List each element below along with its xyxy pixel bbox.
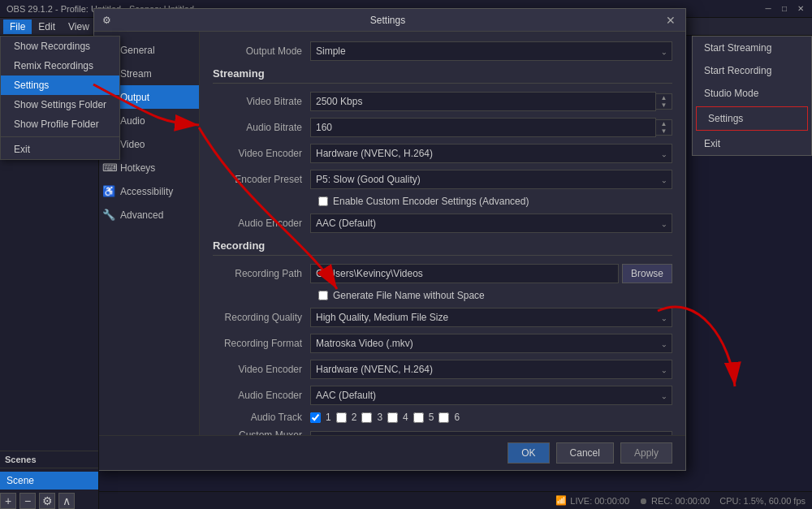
scene-item[interactable]: Scene bbox=[0, 472, 98, 490]
audio-track-4[interactable] bbox=[387, 412, 398, 423]
menu-view[interactable]: View bbox=[62, 19, 96, 34]
generate-filename-checkbox[interactable] bbox=[318, 291, 328, 300]
accessibility-icon: ♿ bbox=[102, 185, 115, 197]
video-bitrate-input[interactable] bbox=[310, 92, 656, 111]
settings-nav-accessibility-label: Accessibility bbox=[120, 186, 173, 197]
rec-audio-encoder-select-wrapper: AAC (Default) bbox=[310, 386, 672, 405]
remove-scene-btn[interactable]: − bbox=[19, 493, 36, 509]
stream-video-encoder-row: Video Encoder Hardware (NVENC, H.264) So… bbox=[213, 144, 672, 163]
ok-button[interactable]: OK bbox=[508, 442, 549, 464]
modal-close-button[interactable]: ✕ bbox=[664, 14, 677, 27]
stream-video-encoder-value: Hardware (NVENC, H.264) Software (x264) bbox=[310, 144, 672, 163]
track-6-label: 6 bbox=[454, 412, 460, 423]
context-studio-mode[interactable]: Studio Mode bbox=[693, 82, 811, 105]
cancel-button[interactable]: Cancel bbox=[556, 442, 614, 464]
hotkeys-icon: ⌨ bbox=[102, 162, 115, 174]
audio-track-2[interactable] bbox=[336, 412, 347, 423]
encoder-preset-row: Encoder Preset P5: Slow (Good Quality) P… bbox=[213, 170, 672, 189]
menu-remix-recordings[interactable]: Remix Recordings bbox=[1, 56, 119, 75]
menu-show-settings-folder[interactable]: Show Settings Folder bbox=[1, 95, 119, 114]
recording-path-label: Recording Path bbox=[213, 268, 310, 279]
scene-settings-btn[interactable]: ⚙ bbox=[39, 493, 55, 509]
rec-audio-encoder-label: Audio Encoder bbox=[213, 390, 310, 401]
context-exit[interactable]: Exit bbox=[693, 132, 811, 155]
video-bitrate-label: Video Bitrate bbox=[213, 96, 310, 107]
audio-bitrate-up[interactable]: ▲ bbox=[656, 120, 672, 127]
audio-track-row: Audio Track 1 2 3 4 5 6 bbox=[213, 412, 672, 423]
audio-track-3[interactable] bbox=[361, 412, 372, 423]
rec-video-encoder-label: Video Encoder bbox=[213, 364, 310, 375]
custom-encoder-row: Enable Custom Encoder Settings (Advanced… bbox=[213, 196, 672, 207]
minimize-button[interactable]: ─ bbox=[763, 4, 773, 14]
cpu-stats: CPU: 1.5%, 60.00 fps bbox=[719, 496, 806, 506]
audio-bitrate-spinbox[interactable]: ▲ ▼ bbox=[656, 119, 672, 136]
menu-divider bbox=[1, 136, 119, 137]
audio-track-label: Audio Track bbox=[213, 412, 310, 423]
rec-video-encoder-value: Hardware (NVENC, H.264) bbox=[310, 360, 672, 379]
live-timer: LIVE: 00:00:00 bbox=[570, 496, 629, 506]
output-mode-select[interactable]: Simple Advanced bbox=[310, 41, 672, 61]
close-button[interactable]: ✕ bbox=[796, 4, 806, 14]
generate-filename-label: Generate File Name without Space bbox=[333, 290, 485, 301]
track-4-label: 4 bbox=[403, 412, 408, 423]
recording-quality-select-wrapper: High Quality, Medium File Size Lossless … bbox=[310, 308, 672, 327]
video-bitrate-spinbox[interactable]: ▲ ▼ bbox=[656, 93, 672, 110]
menu-settings[interactable]: Settings bbox=[1, 75, 119, 95]
settings-content: Output Mode Simple Advanced Streaming bbox=[200, 32, 685, 435]
recording-format-select[interactable]: Matroska Video (.mkv) MPEG-4 (.mp4) bbox=[310, 334, 672, 353]
stream-audio-encoder-value: AAC (Default) bbox=[310, 214, 672, 233]
settings-nav-general-label: General bbox=[120, 45, 155, 56]
audio-bitrate-down[interactable]: ▼ bbox=[656, 127, 672, 135]
stream-video-encoder-select[interactable]: Hardware (NVENC, H.264) Software (x264) bbox=[310, 144, 672, 163]
add-scene-btn[interactable]: + bbox=[0, 493, 16, 509]
maximize-button[interactable]: □ bbox=[780, 4, 789, 14]
settings-icon: ⚙ bbox=[102, 15, 111, 26]
context-menu: Start Streaming Start Recording Studio M… bbox=[692, 36, 812, 156]
custom-encoder-checkbox[interactable] bbox=[318, 196, 328, 206]
rec-timer: REC: 00:00:00 bbox=[651, 496, 710, 506]
recording-quality-select[interactable]: High Quality, Medium File Size Lossless … bbox=[310, 308, 672, 327]
stream-audio-encoder-select[interactable]: AAC (Default) bbox=[310, 214, 672, 233]
encoder-preset-select[interactable]: P5: Slow (Good Quality) P7: Slowest (Bes… bbox=[310, 170, 672, 189]
settings-nav-advanced[interactable]: 🔧 Advanced bbox=[94, 203, 199, 226]
stream-video-encoder-select-wrapper: Hardware (NVENC, H.264) Software (x264) bbox=[310, 144, 672, 163]
browse-button[interactable]: Browse bbox=[622, 264, 672, 283]
video-bitrate-down[interactable]: ▼ bbox=[656, 101, 672, 109]
context-start-streaming[interactable]: Start Streaming bbox=[693, 37, 811, 59]
live-status: 📶 LIVE: 00:00:00 bbox=[555, 495, 629, 506]
recording-path-row: Recording Path Browse bbox=[213, 264, 672, 283]
settings-nav-video-label: Video bbox=[120, 139, 145, 150]
scene-up-btn[interactable]: ∧ bbox=[58, 493, 75, 509]
menu-show-profile-folder[interactable]: Show Profile Folder bbox=[1, 114, 119, 134]
main-layout: 🌐 Browser Scenes Scene + − ⚙ ∧ ⚙ Setting… bbox=[0, 36, 812, 509]
audio-track-5[interactable] bbox=[413, 412, 424, 423]
stream-video-encoder-label: Video Encoder bbox=[213, 148, 310, 159]
menu-edit[interactable]: Edit bbox=[32, 19, 62, 34]
audio-track-1[interactable] bbox=[310, 412, 321, 423]
rec-video-encoder-select[interactable]: Hardware (NVENC, H.264) bbox=[310, 360, 672, 379]
audio-bitrate-input[interactable] bbox=[310, 118, 656, 137]
advanced-icon: 🔧 bbox=[102, 209, 115, 221]
context-start-recording[interactable]: Start Recording bbox=[693, 59, 811, 82]
menu-file[interactable]: File bbox=[3, 19, 32, 34]
rec-audio-encoder-row: Audio Encoder AAC (Default) bbox=[213, 386, 672, 405]
audio-track-6[interactable] bbox=[438, 412, 449, 423]
output-mode-value: Simple Advanced bbox=[310, 41, 672, 61]
settings-modal: ⚙ Settings ✕ ⚙ General 📡 Stream ▶ Output bbox=[93, 8, 686, 471]
panel-controls: + − ⚙ ∧ bbox=[0, 493, 98, 509]
video-bitrate-up[interactable]: ▲ bbox=[656, 94, 672, 101]
track-5-label: 5 bbox=[429, 412, 434, 423]
recording-path-input[interactable] bbox=[310, 264, 619, 283]
encoder-preset-label: Encoder Preset bbox=[213, 174, 310, 185]
settings-nav-accessibility[interactable]: ♿ Accessibility bbox=[94, 179, 199, 203]
rec-audio-encoder-select[interactable]: AAC (Default) bbox=[310, 386, 672, 405]
menu-show-recordings[interactable]: Show Recordings bbox=[1, 37, 119, 56]
recording-path-value: Browse bbox=[310, 264, 672, 283]
rec-status: ⏺ REC: 00:00:00 bbox=[639, 496, 710, 506]
stream-audio-encoder-label: Audio Encoder bbox=[213, 218, 310, 229]
menu-exit[interactable]: Exit bbox=[1, 140, 119, 159]
apply-button[interactable]: Apply bbox=[620, 442, 672, 464]
recording-format-select-wrapper: Matroska Video (.mkv) MPEG-4 (.mp4) bbox=[310, 334, 672, 353]
context-settings[interactable]: Settings bbox=[696, 106, 808, 131]
generate-filename-row: Generate File Name without Space bbox=[213, 290, 672, 301]
